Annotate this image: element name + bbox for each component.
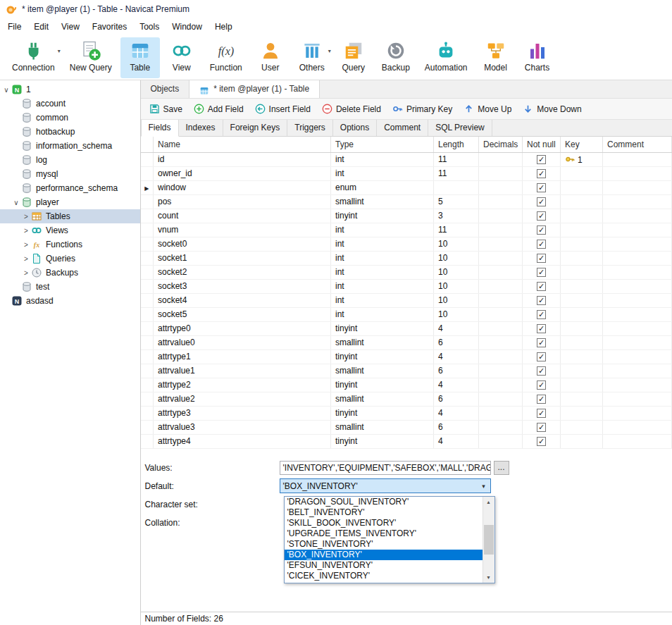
save-button[interactable]: Save (149, 104, 182, 114)
cell-name[interactable]: id (154, 152, 331, 166)
cell-comment[interactable] (603, 335, 672, 349)
scrollbar-track[interactable] (483, 507, 494, 572)
cell-type[interactable]: int (331, 223, 434, 237)
cell-comment[interactable] (603, 293, 672, 307)
cell-length[interactable]: 4 (434, 378, 479, 392)
cell-comment[interactable] (603, 321, 672, 335)
tab-fields[interactable]: Fields (141, 120, 179, 137)
column-header-not-null[interactable]: Not null (523, 137, 561, 152)
tree-item-functions[interactable]: >fxFunctions (0, 237, 140, 252)
cell-length[interactable]: 11 (434, 223, 479, 237)
cell-name[interactable]: attrtype1 (154, 349, 331, 364)
not-null-checkbox[interactable]: ✓ (537, 282, 546, 291)
tree-item-player[interactable]: ∨player (0, 195, 140, 209)
cell-type[interactable]: int (331, 237, 434, 251)
cell-type[interactable]: smallint (331, 392, 434, 406)
cell-length[interactable]: 6 (434, 392, 479, 406)
move-down-button[interactable]: Move Down (523, 104, 581, 114)
cell-length[interactable]: 4 (434, 406, 479, 420)
not-null-checkbox[interactable]: ✓ (537, 169, 546, 178)
cell-length[interactable]: 10 (434, 279, 479, 293)
cell-decimals[interactable] (479, 307, 523, 321)
toolbar-new-query-button[interactable]: New Query (63, 37, 118, 78)
not-null-checkbox[interactable]: ✓ (537, 338, 546, 347)
toolbar-model-button[interactable]: Model (476, 37, 516, 78)
cell-decimals[interactable] (479, 223, 523, 237)
cell-comment[interactable] (603, 364, 672, 378)
cell-type[interactable]: int (331, 279, 434, 293)
cell-type[interactable]: enum (331, 180, 434, 194)
cell-decimals[interactable] (479, 349, 523, 364)
column-header-name[interactable]: Name (154, 137, 331, 152)
cell-key[interactable] (561, 335, 603, 349)
cell-comment[interactable] (603, 209, 672, 223)
chevron-down-icon[interactable]: ▾ (478, 483, 490, 490)
column-header-decimals[interactable]: Decimals (479, 137, 523, 152)
cell-type[interactable]: int (331, 293, 434, 307)
cell-decimals[interactable] (479, 194, 523, 209)
cell-length[interactable]: 4 (434, 349, 479, 364)
scroll-down-icon[interactable]: ▼ (483, 572, 494, 583)
menu-window[interactable]: Window (166, 19, 209, 35)
cell-comment[interactable] (603, 307, 672, 321)
menu-help[interactable]: Help (209, 19, 239, 35)
cell-name[interactable]: attrvalue1 (154, 364, 331, 378)
field-row-attrtype0[interactable]: attrtype0tinyint4✓ (141, 321, 672, 335)
toolbar-others-button[interactable]: ▾Others (292, 37, 332, 78)
cell-comment[interactable] (603, 434, 672, 448)
cell-name[interactable]: socket1 (154, 251, 331, 265)
tree-item-backups[interactable]: >Backups (0, 266, 140, 280)
tab-options[interactable]: Options (333, 120, 377, 136)
cell-type[interactable]: smallint (331, 364, 434, 378)
cell-name[interactable]: socket2 (154, 265, 331, 279)
cell-comment[interactable] (603, 265, 672, 279)
add-field-button[interactable]: Add Field (194, 104, 244, 114)
cell-decimals[interactable] (479, 392, 523, 406)
dropdown-option-cicek-inventory[interactable]: 'CICEK_INVENTORY' (285, 571, 483, 581)
menu-tools[interactable]: Tools (133, 19, 166, 35)
scrollbar-thumb[interactable] (484, 525, 494, 555)
field-row-vnum[interactable]: vnumint11✓ (141, 223, 672, 237)
toolbar-view-button[interactable]: View (162, 37, 201, 78)
field-row-socket0[interactable]: socket0int10✓ (141, 237, 672, 251)
cell-length[interactable]: 10 (434, 307, 479, 321)
toolbar-function-button[interactable]: f(x)Function (204, 37, 249, 78)
column-header-key[interactable]: Key (561, 137, 603, 152)
cell-length[interactable]: 11 (434, 166, 479, 180)
cell-length[interactable]: 11 (434, 152, 479, 166)
column-header-length[interactable]: Length (434, 137, 479, 152)
cell-name[interactable]: window (154, 180, 331, 194)
cell-comment[interactable] (603, 279, 672, 293)
not-null-checkbox[interactable]: ✓ (537, 155, 546, 164)
cell-length[interactable]: 6 (434, 335, 479, 349)
dropdown-option-skill-book-inventory[interactable]: 'SKILL_BOOK_INVENTORY' (285, 518, 483, 528)
cell-decimals[interactable] (479, 279, 523, 293)
cell-name[interactable]: attrtype3 (154, 406, 331, 420)
cell-name[interactable]: socket5 (154, 307, 331, 321)
chevron-collapsed-icon[interactable]: > (21, 269, 31, 277)
cell-key[interactable] (561, 180, 603, 194)
cell-decimals[interactable] (479, 251, 523, 265)
cell-decimals[interactable] (479, 265, 523, 279)
dropdown-option-dragon-soul-inventory[interactable]: 'DRAGON_SOUL_INVENTORY' (285, 497, 483, 507)
cell-decimals[interactable] (479, 152, 523, 166)
tree-item-test[interactable]: test (0, 280, 140, 294)
cell-length[interactable]: 10 (434, 265, 479, 279)
cell-name[interactable]: attrvalue0 (154, 335, 331, 349)
chevron-collapsed-icon[interactable]: > (21, 241, 31, 249)
chevron-collapsed-icon[interactable]: > (21, 227, 31, 235)
toolbar-user-button[interactable]: User (251, 37, 290, 78)
field-row-attrvalue2[interactable]: attrvalue2smallint6✓ (141, 392, 672, 406)
cell-length[interactable]: 6 (434, 364, 479, 378)
not-null-checkbox[interactable]: ✓ (537, 296, 546, 305)
chevron-expanded-icon[interactable]: ∨ (11, 199, 21, 206)
cell-type[interactable]: tinyint (331, 378, 434, 392)
cell-decimals[interactable] (479, 434, 523, 448)
not-null-checkbox[interactable]: ✓ (537, 423, 546, 432)
field-row-socket5[interactable]: socket5int10✓ (141, 307, 672, 321)
chevron-expanded-icon[interactable]: ∨ (1, 86, 11, 94)
cell-length[interactable]: 10 (434, 237, 479, 251)
not-null-checkbox[interactable]: ✓ (537, 211, 546, 221)
tree-item-views[interactable]: >Views (0, 223, 140, 237)
cell-name[interactable]: attrvalue3 (154, 420, 331, 434)
